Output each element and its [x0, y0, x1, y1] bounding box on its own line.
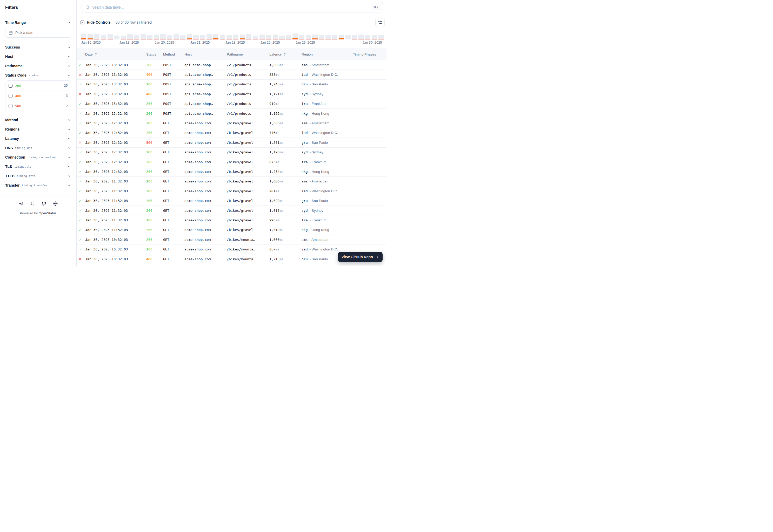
sidebar-section-status-code[interactable]: Status Code status: [5, 72, 71, 78]
cell-latency: 857ms: [269, 244, 280, 254]
table-row[interactable]: Jan 30, 2025 12:32:03200GETacme-shop.com…: [77, 118, 386, 128]
field-code: status: [29, 74, 39, 77]
sort-icon: [94, 53, 98, 56]
search-input[interactable]: [92, 5, 369, 9]
data-table-app: Filters Time Range Pick a date Success H…: [0, 0, 386, 266]
view-github-repo-button[interactable]: View GitHub Repo: [338, 252, 383, 262]
check-icon: [78, 235, 82, 244]
table-row[interactable]: Jan 30, 2025 10:32:03200GETacme-shop.com…: [77, 235, 386, 244]
cell-latency: 1,000ms: [269, 177, 284, 186]
cell-status: 200: [146, 186, 152, 196]
check-icon: [78, 196, 82, 205]
cell-latency: 919ms: [269, 99, 280, 108]
chevron-down-icon: [67, 64, 71, 68]
filters-sidebar: Filters Time Range Pick a date Success H…: [0, 0, 77, 266]
theme-toggle-sun-icon[interactable]: [19, 201, 23, 206]
sidebar-section-dns[interactable]: DNS timing.dns: [5, 145, 71, 151]
column-header-date[interactable]: Date: [85, 48, 98, 60]
table-row[interactable]: Jan 30, 2025 11:32:03200GETacme-shop.com…: [77, 225, 386, 235]
cell-status: 400: [146, 70, 152, 79]
table-row[interactable]: Jan 30, 2025 11:32:03200GETacme-shop.com…: [77, 177, 386, 186]
cell-latency: 838ms: [269, 70, 280, 79]
table-row[interactable]: Jan 30, 2025 11:32:03200GETacme-shop.com…: [77, 206, 386, 215]
table-row[interactable]: Jan 30, 2025 12:32:03200GETacme-shop.com…: [77, 128, 386, 138]
column-header-latency[interactable]: Latency: [269, 48, 287, 60]
cell-latency: 1,015ms: [269, 206, 284, 215]
github-icon[interactable]: [30, 201, 35, 206]
checkbox[interactable]: [9, 94, 12, 98]
cell-host: api.acme-shop…: [184, 80, 213, 89]
sidebar-section-ttfb[interactable]: TTFB timing.ttfb: [5, 173, 71, 179]
sidebar-section-regions[interactable]: Regions: [5, 126, 71, 132]
sidebar-section-host[interactable]: Host: [5, 54, 71, 59]
histogram-bar: [127, 34, 132, 39]
table-row[interactable]: Jan 30, 2025 12:32:03200GETacme-shop.com…: [77, 157, 386, 167]
openstatus-link[interactable]: OpenStatus: [39, 211, 57, 215]
sidebar-section-connection[interactable]: Connection timing.connection: [5, 154, 71, 160]
cell-latency: 1,019ms: [269, 225, 284, 235]
axis-tick-label: Jan 30, 2025: [362, 40, 382, 44]
cell-latency: 990ms: [269, 215, 280, 225]
cell-method: GET: [163, 215, 169, 225]
table-row[interactable]: Jan 30, 2025 12:32:03200GETacme-shop.com…: [77, 167, 386, 176]
table-row[interactable]: Jan 30, 2025 13:32:03200POSTapi.acme-sho…: [77, 109, 386, 118]
hide-controls-button[interactable]: Hide Controls: [80, 20, 111, 25]
cell-region: fra- Frankfurt: [302, 215, 326, 225]
cell-pathname: /bikes/gravel: [227, 225, 253, 235]
table-row[interactable]: Jan 30, 2025 11:32:03200GETacme-shop.com…: [77, 196, 386, 206]
table-row[interactable]: Jan 30, 2025 12:32:03200GETacme-shop.com…: [77, 148, 386, 157]
sidebar-section-time-range[interactable]: Time Range: [5, 20, 71, 25]
cell-date: Jan 30, 2025 10:32:03: [85, 244, 128, 254]
table-row[interactable]: Jan 30, 2025 13:32:03200POSTapi.acme-sho…: [77, 80, 386, 89]
status-option-200[interactable]: 20025: [5, 81, 71, 91]
sidebar-section-latency[interactable]: Latency: [5, 136, 71, 141]
sidebar-section-tls[interactable]: TLS timing.tls: [5, 164, 71, 169]
cell-status: 200: [146, 177, 152, 186]
table-row[interactable]: Jan 30, 2025 11:32:03200GETacme-shop.com…: [77, 215, 386, 225]
table-row[interactable]: Jan 30, 2025 11:32:03200GETacme-shop.com…: [77, 186, 386, 196]
table-row[interactable]: Jan 30, 2025 13:32:03200POSTapi.acme-sho…: [77, 99, 386, 109]
column-header-timing-phases: Timing Phases: [353, 48, 376, 60]
latency-histogram[interactable]: [81, 33, 384, 39]
sidebar-section-method[interactable]: Method: [5, 117, 71, 123]
table-body: Jan 30, 2025 13:32:03200POSTapi.acme-sho…: [77, 60, 386, 266]
timing-phases-bar: [353, 209, 384, 213]
histogram-bar: [312, 35, 317, 39]
check-icon: [78, 225, 82, 235]
sidebar-section-success[interactable]: Success: [5, 44, 71, 50]
cell-region: ams- Amsterdam: [302, 235, 329, 244]
checkbox[interactable]: [9, 104, 12, 108]
check-icon: [78, 206, 82, 215]
sidebar-section-transfer[interactable]: Transfer timing.transfer: [5, 182, 71, 188]
powered-by: Powered by OpenStatus: [0, 211, 76, 215]
view-options-button[interactable]: [375, 18, 385, 27]
sidebar-section-pathname[interactable]: Pathname: [5, 63, 71, 69]
cell-region: ams- Amsterdam: [302, 118, 329, 128]
date-picker[interactable]: Pick a date: [5, 28, 71, 38]
field-code: timing.ttfb: [17, 174, 36, 178]
axis-tick-label: Jan 25, 2025: [260, 40, 280, 44]
cell-region: iad- Washington D.C.: [302, 70, 338, 79]
table-row[interactable]: Jan 30, 2025 13:32:03400POSTapi.acme-sho…: [77, 89, 386, 99]
histogram-bar: [299, 35, 304, 39]
kbd-shortcut: ⌘K: [372, 5, 380, 10]
check-icon: [78, 99, 82, 108]
chevron-down-icon: [67, 127, 71, 131]
globe-icon[interactable]: [53, 201, 58, 206]
column-header-method: Method: [163, 48, 175, 60]
cell-date: Jan 30, 2025 11:32:03: [85, 215, 128, 225]
histogram-bar: [352, 35, 357, 39]
histogram-bar: [365, 35, 370, 39]
column-header-pathname: Pathname: [227, 48, 243, 60]
cell-host: acme-shop.com: [184, 244, 211, 254]
timing-phases-bar: [353, 112, 384, 115]
table-row[interactable]: Jan 30, 2025 12:32:03500GETacme-shop.com…: [77, 138, 386, 147]
status-option-400[interactable]: 4003: [5, 91, 71, 101]
table-row[interactable]: Jan 30, 2025 13:32:03400POSTapi.acme-sho…: [77, 70, 386, 79]
cell-latency: 1,243ms: [269, 80, 284, 89]
table-row[interactable]: Jan 30, 2025 13:32:03200POSTapi.acme-sho…: [77, 60, 386, 70]
axis-tick-label: Jan 26, 2025: [295, 40, 315, 44]
status-option-500[interactable]: 5002: [5, 101, 71, 111]
twitter-icon[interactable]: [42, 201, 46, 206]
checkbox[interactable]: [9, 84, 12, 88]
